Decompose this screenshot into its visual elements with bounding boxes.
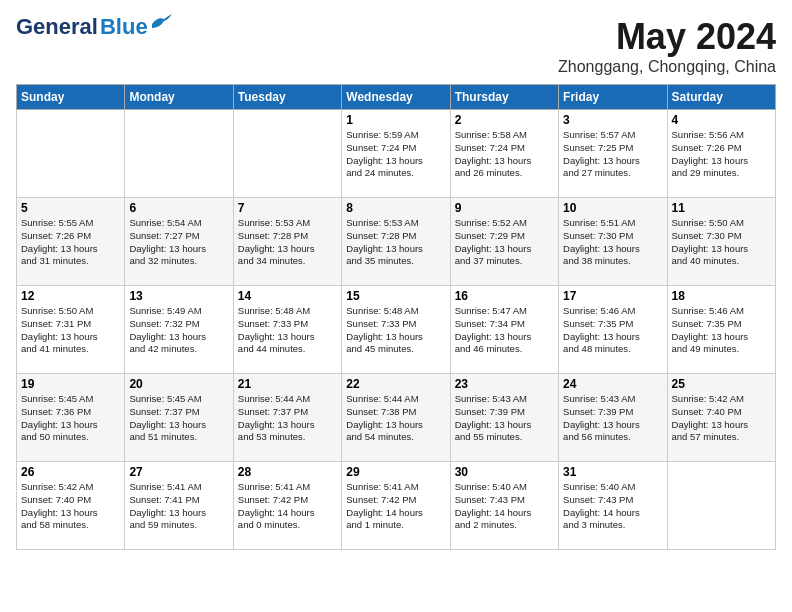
location-text: Zhonggang, Chongqing, China <box>558 58 776 76</box>
logo-bird-icon <box>150 14 172 32</box>
day-info: Sunrise: 5:55 AM Sunset: 7:26 PM Dayligh… <box>21 217 120 268</box>
day-info: Sunrise: 5:41 AM Sunset: 7:42 PM Dayligh… <box>346 481 445 532</box>
col-wednesday: Wednesday <box>342 85 450 110</box>
calendar-week-1: 1Sunrise: 5:59 AM Sunset: 7:24 PM Daylig… <box>17 110 776 198</box>
day-number: 13 <box>129 289 228 303</box>
day-info: Sunrise: 5:50 AM Sunset: 7:31 PM Dayligh… <box>21 305 120 356</box>
calendar-cell: 3Sunrise: 5:57 AM Sunset: 7:25 PM Daylig… <box>559 110 667 198</box>
calendar-cell: 26Sunrise: 5:42 AM Sunset: 7:40 PM Dayli… <box>17 462 125 550</box>
col-tuesday: Tuesday <box>233 85 341 110</box>
col-friday: Friday <box>559 85 667 110</box>
day-info: Sunrise: 5:42 AM Sunset: 7:40 PM Dayligh… <box>21 481 120 532</box>
day-info: Sunrise: 5:48 AM Sunset: 7:33 PM Dayligh… <box>346 305 445 356</box>
day-info: Sunrise: 5:42 AM Sunset: 7:40 PM Dayligh… <box>672 393 771 444</box>
calendar-cell: 13Sunrise: 5:49 AM Sunset: 7:32 PM Dayli… <box>125 286 233 374</box>
day-number: 8 <box>346 201 445 215</box>
calendar-cell: 7Sunrise: 5:53 AM Sunset: 7:28 PM Daylig… <box>233 198 341 286</box>
calendar-week-2: 5Sunrise: 5:55 AM Sunset: 7:26 PM Daylig… <box>17 198 776 286</box>
day-info: Sunrise: 5:52 AM Sunset: 7:29 PM Dayligh… <box>455 217 554 268</box>
calendar-cell: 1Sunrise: 5:59 AM Sunset: 7:24 PM Daylig… <box>342 110 450 198</box>
day-number: 14 <box>238 289 337 303</box>
day-info: Sunrise: 5:53 AM Sunset: 7:28 PM Dayligh… <box>238 217 337 268</box>
title-block: May 2024 Zhonggang, Chongqing, China <box>558 16 776 76</box>
day-number: 25 <box>672 377 771 391</box>
calendar-cell: 29Sunrise: 5:41 AM Sunset: 7:42 PM Dayli… <box>342 462 450 550</box>
day-number: 30 <box>455 465 554 479</box>
calendar-cell: 23Sunrise: 5:43 AM Sunset: 7:39 PM Dayli… <box>450 374 558 462</box>
day-info: Sunrise: 5:57 AM Sunset: 7:25 PM Dayligh… <box>563 129 662 180</box>
day-info: Sunrise: 5:58 AM Sunset: 7:24 PM Dayligh… <box>455 129 554 180</box>
day-info: Sunrise: 5:45 AM Sunset: 7:37 PM Dayligh… <box>129 393 228 444</box>
day-number: 18 <box>672 289 771 303</box>
calendar-cell: 20Sunrise: 5:45 AM Sunset: 7:37 PM Dayli… <box>125 374 233 462</box>
calendar-cell: 14Sunrise: 5:48 AM Sunset: 7:33 PM Dayli… <box>233 286 341 374</box>
day-info: Sunrise: 5:44 AM Sunset: 7:37 PM Dayligh… <box>238 393 337 444</box>
calendar-cell <box>17 110 125 198</box>
logo: GeneralBlue <box>16 16 172 38</box>
calendar-cell: 24Sunrise: 5:43 AM Sunset: 7:39 PM Dayli… <box>559 374 667 462</box>
day-info: Sunrise: 5:46 AM Sunset: 7:35 PM Dayligh… <box>563 305 662 356</box>
calendar-cell: 19Sunrise: 5:45 AM Sunset: 7:36 PM Dayli… <box>17 374 125 462</box>
day-number: 15 <box>346 289 445 303</box>
col-monday: Monday <box>125 85 233 110</box>
day-number: 16 <box>455 289 554 303</box>
day-info: Sunrise: 5:46 AM Sunset: 7:35 PM Dayligh… <box>672 305 771 356</box>
calendar-cell: 2Sunrise: 5:58 AM Sunset: 7:24 PM Daylig… <box>450 110 558 198</box>
day-info: Sunrise: 5:59 AM Sunset: 7:24 PM Dayligh… <box>346 129 445 180</box>
day-number: 3 <box>563 113 662 127</box>
day-number: 5 <box>21 201 120 215</box>
calendar-cell: 6Sunrise: 5:54 AM Sunset: 7:27 PM Daylig… <box>125 198 233 286</box>
day-number: 26 <box>21 465 120 479</box>
day-number: 6 <box>129 201 228 215</box>
calendar-cell: 30Sunrise: 5:40 AM Sunset: 7:43 PM Dayli… <box>450 462 558 550</box>
logo-text: GeneralBlue <box>16 16 148 38</box>
calendar-cell: 25Sunrise: 5:42 AM Sunset: 7:40 PM Dayli… <box>667 374 775 462</box>
day-info: Sunrise: 5:43 AM Sunset: 7:39 PM Dayligh… <box>563 393 662 444</box>
col-saturday: Saturday <box>667 85 775 110</box>
header-row: Sunday Monday Tuesday Wednesday Thursday… <box>17 85 776 110</box>
calendar-cell: 11Sunrise: 5:50 AM Sunset: 7:30 PM Dayli… <box>667 198 775 286</box>
calendar-cell: 21Sunrise: 5:44 AM Sunset: 7:37 PM Dayli… <box>233 374 341 462</box>
calendar-cell: 12Sunrise: 5:50 AM Sunset: 7:31 PM Dayli… <box>17 286 125 374</box>
day-number: 27 <box>129 465 228 479</box>
calendar-cell: 8Sunrise: 5:53 AM Sunset: 7:28 PM Daylig… <box>342 198 450 286</box>
day-info: Sunrise: 5:43 AM Sunset: 7:39 PM Dayligh… <box>455 393 554 444</box>
day-info: Sunrise: 5:40 AM Sunset: 7:43 PM Dayligh… <box>563 481 662 532</box>
day-info: Sunrise: 5:53 AM Sunset: 7:28 PM Dayligh… <box>346 217 445 268</box>
calendar-cell: 18Sunrise: 5:46 AM Sunset: 7:35 PM Dayli… <box>667 286 775 374</box>
page-header: GeneralBlue May 2024 Zhonggang, Chongqin… <box>16 16 776 76</box>
calendar-cell: 27Sunrise: 5:41 AM Sunset: 7:41 PM Dayli… <box>125 462 233 550</box>
day-info: Sunrise: 5:41 AM Sunset: 7:42 PM Dayligh… <box>238 481 337 532</box>
col-thursday: Thursday <box>450 85 558 110</box>
calendar-cell: 28Sunrise: 5:41 AM Sunset: 7:42 PM Dayli… <box>233 462 341 550</box>
calendar-cell: 22Sunrise: 5:44 AM Sunset: 7:38 PM Dayli… <box>342 374 450 462</box>
col-sunday: Sunday <box>17 85 125 110</box>
day-number: 22 <box>346 377 445 391</box>
day-info: Sunrise: 5:47 AM Sunset: 7:34 PM Dayligh… <box>455 305 554 356</box>
calendar-cell: 4Sunrise: 5:56 AM Sunset: 7:26 PM Daylig… <box>667 110 775 198</box>
day-info: Sunrise: 5:51 AM Sunset: 7:30 PM Dayligh… <box>563 217 662 268</box>
calendar-week-3: 12Sunrise: 5:50 AM Sunset: 7:31 PM Dayli… <box>17 286 776 374</box>
day-info: Sunrise: 5:56 AM Sunset: 7:26 PM Dayligh… <box>672 129 771 180</box>
calendar-cell <box>125 110 233 198</box>
calendar-cell: 16Sunrise: 5:47 AM Sunset: 7:34 PM Dayli… <box>450 286 558 374</box>
day-info: Sunrise: 5:40 AM Sunset: 7:43 PM Dayligh… <box>455 481 554 532</box>
day-info: Sunrise: 5:41 AM Sunset: 7:41 PM Dayligh… <box>129 481 228 532</box>
day-number: 2 <box>455 113 554 127</box>
calendar-week-4: 19Sunrise: 5:45 AM Sunset: 7:36 PM Dayli… <box>17 374 776 462</box>
day-info: Sunrise: 5:49 AM Sunset: 7:32 PM Dayligh… <box>129 305 228 356</box>
day-number: 7 <box>238 201 337 215</box>
day-number: 19 <box>21 377 120 391</box>
calendar-cell: 10Sunrise: 5:51 AM Sunset: 7:30 PM Dayli… <box>559 198 667 286</box>
calendar-cell: 9Sunrise: 5:52 AM Sunset: 7:29 PM Daylig… <box>450 198 558 286</box>
day-number: 24 <box>563 377 662 391</box>
calendar-week-5: 26Sunrise: 5:42 AM Sunset: 7:40 PM Dayli… <box>17 462 776 550</box>
day-number: 9 <box>455 201 554 215</box>
day-number: 4 <box>672 113 771 127</box>
day-number: 12 <box>21 289 120 303</box>
day-info: Sunrise: 5:54 AM Sunset: 7:27 PM Dayligh… <box>129 217 228 268</box>
day-number: 1 <box>346 113 445 127</box>
day-info: Sunrise: 5:45 AM Sunset: 7:36 PM Dayligh… <box>21 393 120 444</box>
calendar-cell: 5Sunrise: 5:55 AM Sunset: 7:26 PM Daylig… <box>17 198 125 286</box>
day-number: 20 <box>129 377 228 391</box>
